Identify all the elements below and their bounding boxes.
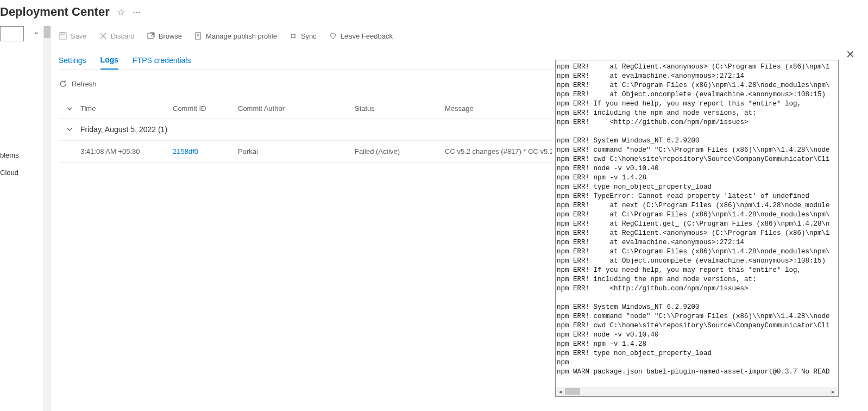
- scrollbar-thumb[interactable]: [565, 388, 580, 395]
- tab-ftps-credentials[interactable]: FTPS credentials: [133, 52, 191, 69]
- left-vertical-scrollbar[interactable]: [43, 26, 51, 411]
- scroll-right-arrow-icon[interactable]: ▸: [829, 388, 838, 395]
- commit-id-link[interactable]: 2158df0: [173, 147, 198, 155]
- log-text: npm ERR! at RegClient.<anonymous> (C:\Pr…: [556, 60, 838, 379]
- group-label: Friday, August 5, 2022 (1): [80, 125, 167, 134]
- sync-label: Sync: [301, 32, 317, 40]
- manage-publish-profile-button[interactable]: Manage publish profile: [194, 32, 277, 40]
- browse-icon: [147, 32, 155, 40]
- save-button: Save: [59, 32, 87, 40]
- col-status[interactable]: Status: [355, 104, 445, 113]
- nav-item-problems[interactable]: blems: [0, 149, 19, 161]
- cell-time: 3:41:08 AM +05:30: [80, 147, 173, 155]
- chevron-left-double-icon: «: [35, 29, 36, 411]
- browse-button[interactable]: Browse: [147, 32, 182, 40]
- chevron-down-icon: [66, 126, 73, 133]
- close-icon[interactable]: ✕: [846, 48, 855, 61]
- cell-author: Porkai: [238, 147, 355, 155]
- chevron-down-icon: [66, 105, 73, 112]
- refresh-icon: [59, 79, 67, 88]
- sync-icon: [289, 32, 298, 40]
- col-time[interactable]: Time: [80, 104, 173, 113]
- log-panel: ✕ npm ERR! at RegClient.<anonymous> (C:\…: [552, 50, 868, 411]
- page-title: Deployment Center: [0, 5, 110, 19]
- favorite-star-icon[interactable]: ☆: [117, 7, 125, 17]
- discard-label: Discard: [111, 32, 135, 40]
- feedback-label: Leave Feedback: [341, 32, 393, 40]
- browse-label: Browse: [159, 32, 182, 40]
- svg-rect-1: [61, 33, 64, 35]
- scrollbar-thumb[interactable]: [44, 26, 51, 38]
- expand-all-chevron[interactable]: [59, 105, 80, 112]
- heart-icon: [329, 32, 337, 40]
- log-output-box[interactable]: npm ERR! at RegClient.<anonymous> (C:\Pr…: [555, 60, 839, 397]
- collapse-panel-button[interactable]: «: [28, 26, 43, 411]
- left-nav-strip: blems Cloud: [0, 26, 28, 411]
- manage-label: Manage publish profile: [206, 32, 277, 40]
- cell-status: Failed (Active): [355, 147, 445, 155]
- svg-rect-4: [148, 33, 153, 39]
- save-icon: [59, 32, 67, 40]
- discard-button: Discard: [99, 32, 135, 40]
- save-label: Save: [71, 32, 87, 40]
- log-horizontal-scrollbar[interactable]: ◂ ▸: [556, 387, 838, 396]
- left-search-input[interactable]: [0, 26, 24, 41]
- nav-item-cloud[interactable]: Cloud: [0, 166, 18, 179]
- command-bar: Save Discard Browse Manage publish profi…: [59, 26, 861, 48]
- manage-profile-icon: [194, 32, 203, 40]
- more-ellipsis-icon[interactable]: ⋯: [133, 7, 141, 17]
- tab-logs[interactable]: Logs: [100, 51, 118, 70]
- tab-settings[interactable]: Settings: [59, 52, 86, 69]
- col-commit-id[interactable]: Commit ID: [173, 104, 238, 113]
- scroll-left-arrow-icon[interactable]: ◂: [556, 388, 565, 395]
- discard-icon: [99, 32, 108, 40]
- leave-feedback-button[interactable]: Leave Feedback: [329, 32, 393, 40]
- sync-button[interactable]: Sync: [289, 32, 317, 40]
- refresh-label: Refresh: [72, 80, 97, 88]
- col-commit-author[interactable]: Commit Author: [238, 104, 355, 113]
- scrollbar-track[interactable]: [565, 387, 829, 396]
